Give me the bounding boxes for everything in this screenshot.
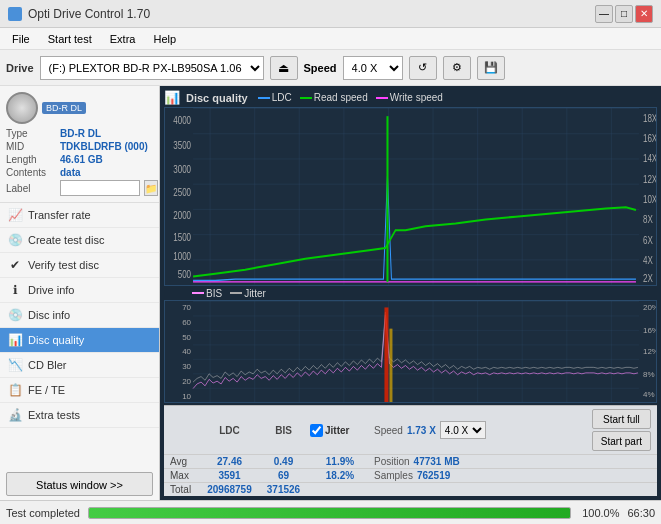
legend-jitter: Jitter [230,288,266,299]
jitter-checkbox-area: Jitter [310,424,370,437]
drive-info-icon: ℹ [8,283,22,297]
left-panel: BD-R DL Type BD-R DL MID TDKBLDRFB (000)… [0,86,160,500]
svg-text:20: 20 [182,377,191,386]
nav-verify-test-disc[interactable]: ✔ Verify test disc [0,253,159,278]
nav-extra-tests[interactable]: 🔬 Extra tests [0,403,159,428]
svg-text:1500: 1500 [173,231,191,244]
speed-label: Speed [304,62,337,74]
svg-rect-30 [193,301,639,402]
svg-text:8%: 8% [643,369,655,378]
menu-help[interactable]: Help [145,31,184,47]
refresh-button[interactable]: ↺ [409,56,437,80]
label-input[interactable] [60,180,140,196]
svg-text:500: 500 [178,268,191,281]
start-part-button[interactable]: Start part [592,431,651,451]
disc-thumbnail [6,92,38,124]
settings-button[interactable]: ⚙ [443,56,471,80]
nav-transfer-rate[interactable]: 📈 Transfer rate [0,203,159,228]
nav-fe-te[interactable]: 📋 FE / TE [0,378,159,403]
svg-text:3500: 3500 [173,139,191,152]
nav-create-test-disc[interactable]: 💿 Create test disc [0,228,159,253]
verify-test-disc-icon: ✔ [8,258,22,272]
status-bar: Test completed 100.0% 66:30 [0,500,661,524]
svg-text:4X: 4X [643,254,653,267]
nav-drive-info[interactable]: ℹ Drive info [0,278,159,303]
action-buttons: Start full Start part [592,409,651,451]
nav-cd-bler-label: CD Bler [28,359,67,371]
avg-ldc: 27.46 [202,456,257,467]
menu-extra[interactable]: Extra [102,31,144,47]
svg-text:20%: 20% [643,303,656,312]
avg-jitter: 11.9% [310,456,370,467]
nav-disc-info[interactable]: 💿 Disc info [0,303,159,328]
svg-text:12X: 12X [643,172,656,185]
avg-bis: 0.49 [261,456,306,467]
titlebar-left: Opti Drive Control 1.70 [8,7,150,21]
svg-text:8X: 8X [643,213,653,226]
max-ldc: 3591 [202,470,257,481]
max-jitter: 18.2% [310,470,370,481]
svg-text:10X: 10X [643,193,656,206]
type-label: Type [6,128,56,139]
status-window-button[interactable]: Status window >> [6,472,153,496]
avg-label: Avg [170,456,198,467]
speed-position-area: Speed 1.73 X 4.0 X [374,421,588,439]
progress-fill [89,508,570,518]
disc-length-row: Length 46.61 GB [6,154,153,165]
disc-header: BD-R DL [6,92,153,124]
eject-button[interactable]: ⏏ [270,56,298,80]
jitter-checkbox[interactable] [310,424,323,437]
svg-text:2X: 2X [643,272,653,285]
legend-write-speed: Write speed [376,92,443,103]
svg-rect-44 [389,328,392,402]
label-key: Label [6,183,56,194]
legend-bis: BIS [192,288,222,299]
samples-value: 762519 [417,470,450,481]
titlebar-controls: — □ ✕ [595,5,653,23]
nav-extra-tests-label: Extra tests [28,409,80,421]
svg-text:30: 30 [182,362,191,371]
menu-start-test[interactable]: Start test [40,31,100,47]
svg-text:16X: 16X [643,132,656,145]
titlebar: Opti Drive Control 1.70 — □ ✕ [0,0,661,28]
bottom-chart: 70 60 50 40 30 20 10 20% 16% 12% 8% 4% [165,301,656,402]
svg-text:2500: 2500 [173,186,191,199]
svg-text:70: 70 [182,303,191,312]
menu-file[interactable]: File [4,31,38,47]
disc-contents-row: Contents data [6,167,153,178]
save-button[interactable]: 💾 [477,56,505,80]
svg-text:2000: 2000 [173,209,191,222]
menubar: File Start test Extra Help [0,28,661,50]
svg-text:4%: 4% [643,390,655,399]
speed-select[interactable]: 4.0 X [343,56,403,80]
fe-te-icon: 📋 [8,383,22,397]
progress-percent: 100.0% [579,507,619,519]
nav-disc-quality[interactable]: 📊 Disc quality [0,328,159,353]
nav-create-test-disc-label: Create test disc [28,234,104,246]
drive-label: Drive [6,62,34,74]
position-label: Position [374,456,410,467]
samples-label: Samples [374,470,413,481]
disc-quality-icon: 📊 [8,333,22,347]
minimize-button[interactable]: — [595,5,613,23]
label-browse-button[interactable]: 📁 [144,180,158,196]
speed-select-stats[interactable]: 4.0 X [440,421,486,439]
stats-bis-header: BIS [261,425,306,436]
disc-label-row: Label 📁 [6,180,153,196]
contents-value: data [60,167,81,178]
close-button[interactable]: ✕ [635,5,653,23]
maximize-button[interactable]: □ [615,5,633,23]
start-full-button[interactable]: Start full [592,409,651,429]
svg-text:60: 60 [182,318,191,327]
svg-text:4000: 4000 [173,114,191,127]
drive-select[interactable]: (F:) PLEXTOR BD-R PX-LB950SA 1.06 [40,56,264,80]
cd-bler-icon: 📉 [8,358,22,372]
nav-cd-bler[interactable]: 📉 CD Bler [0,353,159,378]
app-title: Opti Drive Control 1.70 [28,7,150,21]
right-panel: 📊 Disc quality LDC Read speed Write spee… [160,86,661,500]
nav-verify-test-disc-label: Verify test disc [28,259,99,271]
disc-info-icon: 💿 [8,308,22,322]
length-value: 46.61 GB [60,154,103,165]
top-chart: 4000 3500 3000 2500 2000 1500 1000 500 1… [165,108,656,285]
nav-items: 📈 Transfer rate 💿 Create test disc ✔ Ver… [0,203,159,468]
